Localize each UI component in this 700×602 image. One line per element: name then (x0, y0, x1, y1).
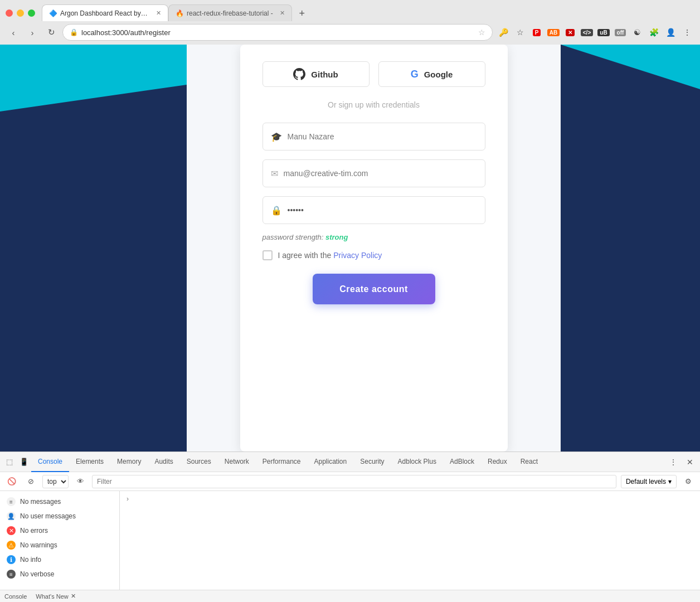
errors-icon: ✕ (7, 526, 16, 535)
ext-off-icon[interactable]: off (613, 25, 628, 40)
minimize-button[interactable] (17, 9, 24, 17)
refresh-button[interactable]: ↻ (43, 25, 59, 40)
devtools-tab-security[interactable]: Security (353, 452, 391, 472)
agree-label: I agree with the Privacy Policy (278, 251, 382, 260)
name-input-wrapper[interactable]: 🎓 (262, 123, 485, 151)
address-bar[interactable]: 🔒 localhost:3000/auth/register ☆ (62, 24, 493, 41)
tab-close-2[interactable]: ✕ (280, 9, 285, 17)
password-input-wrapper[interactable]: 🔒 (262, 196, 485, 224)
inactive-tab[interactable]: 🔥 react-redux-firebase-tutorial - ✕ (168, 4, 292, 21)
devtools-tab-application[interactable]: Application (308, 452, 354, 472)
agree-text: I agree with the (278, 251, 332, 260)
filter-messages[interactable]: ≡ No messages (0, 494, 119, 509)
devtools-tabs: ⬚ 📱 Console Elements Memory Audits Sourc… (0, 452, 700, 472)
devtools-tab-console[interactable]: Console (31, 452, 69, 472)
privacy-checkbox[interactable] (262, 250, 273, 260)
devtools-device-button[interactable]: 📱 (17, 455, 31, 469)
privacy-policy-link[interactable]: Privacy Policy (333, 251, 382, 260)
ext-icon4[interactable]: </> (580, 25, 594, 40)
browser-tabs: 🔷 Argon Dashboard React by Cre ✕ 🔥 react… (42, 4, 694, 21)
back-button[interactable]: ‹ (6, 25, 21, 40)
google-button[interactable]: G Google (378, 61, 485, 87)
create-account-button[interactable]: Create account (313, 274, 435, 304)
info-icon: ℹ (7, 555, 16, 564)
devtools-tab-redux[interactable]: Redux (481, 452, 514, 472)
default-levels-button[interactable]: Default levels ▾ (621, 475, 677, 488)
active-tab[interactable]: 🔷 Argon Dashboard React by Cre ✕ (42, 4, 168, 21)
maximize-button[interactable] (28, 9, 35, 17)
devtools-tab-network[interactable]: Network (218, 452, 256, 472)
devtools-tab-memory[interactable]: Memory (110, 452, 148, 472)
name-field-group: 🎓 (262, 123, 485, 151)
address-lock-icon: 🔒 (70, 28, 78, 36)
devtools-tab-sources[interactable]: Sources (180, 452, 218, 472)
info-label: No info (20, 556, 41, 564)
tab-favicon-1: 🔷 (49, 9, 57, 17)
ext-icon3[interactable]: ✕ (563, 25, 577, 40)
messages-label: No messages (20, 498, 61, 506)
ext-icon5[interactable]: uB (596, 25, 611, 40)
social-buttons: Github G Google (262, 61, 485, 87)
devtools-tab-adblock[interactable]: AdBlock (443, 452, 481, 472)
tab-favicon-2: 🔥 (176, 9, 183, 17)
console-tab-bottom[interactable]: Console (4, 593, 27, 600)
console-scope-select[interactable]: top (42, 475, 69, 488)
warnings-label: No warnings (20, 541, 57, 549)
ext-privacy-icon[interactable]: P (529, 25, 544, 40)
devtools-tab-actions: ⋮ ✕ (665, 454, 698, 470)
devtools-content: ≡ No messages 👤 No user messages ✕ No er… (0, 491, 700, 590)
devtools-tab-performance[interactable]: Performance (256, 452, 308, 472)
star-icon[interactable]: ☆ (478, 28, 485, 37)
messages-icon: ≡ (7, 497, 16, 506)
devtools-tab-audits[interactable]: Audits (148, 452, 179, 472)
ext-adblock-icon[interactable]: AB (546, 25, 561, 40)
devtools-tab-elements[interactable]: Elements (69, 452, 110, 472)
filter-info[interactable]: ℹ No info (0, 552, 119, 567)
divider-text: Or sign up with credentials (262, 100, 485, 109)
whats-new-tab[interactable]: What's New (36, 593, 68, 600)
ext-yin-icon[interactable]: ☯ (630, 25, 644, 40)
devtools-tab-adblockplus[interactable]: Adblock Plus (391, 452, 443, 472)
filter-warnings[interactable]: ⚠ No warnings (0, 538, 119, 552)
profile-icon[interactable]: 👤 (663, 25, 678, 40)
lock-icon: 🔒 (271, 205, 282, 216)
user-messages-label: No user messages (20, 512, 76, 520)
tab-close-1[interactable]: ✕ (156, 9, 161, 17)
star-toolbar-icon[interactable]: ☆ (513, 25, 527, 40)
email-input[interactable] (284, 169, 477, 178)
email-input-wrapper[interactable]: ✉ (262, 159, 485, 187)
filter-verbose[interactable]: ≡ No verbose (0, 567, 119, 581)
forward-button[interactable]: › (25, 25, 40, 40)
devtools-inspect-button[interactable]: ⬚ (2, 455, 17, 469)
agree-row: I agree with the Privacy Policy (262, 250, 485, 260)
console-filter-button[interactable]: ⊘ (23, 474, 38, 489)
close-button[interactable] (6, 9, 13, 17)
devtools-close-button[interactable]: ✕ (682, 454, 698, 470)
bg-left-top-accent (0, 45, 187, 111)
name-input[interactable] (288, 132, 477, 141)
default-levels-label: Default levels (626, 478, 666, 486)
eye-icon[interactable]: 👁 (73, 474, 88, 489)
devtools-more-button[interactable]: ⋮ (665, 454, 681, 470)
title-bar: 🔷 Argon Dashboard React by Cre ✕ 🔥 react… (0, 0, 700, 21)
console-clear-button[interactable]: 🚫 (4, 474, 19, 489)
register-card: Github G Google Or sign up with credenti… (240, 45, 508, 452)
console-expand-button[interactable]: › (124, 493, 131, 505)
filter-errors[interactable]: ✕ No errors (0, 523, 119, 538)
filter-input[interactable] (92, 475, 616, 488)
password-input[interactable] (288, 206, 477, 215)
key-icon[interactable]: 🔑 (496, 25, 511, 40)
new-tab-button[interactable]: + (294, 6, 310, 21)
errors-label: No errors (20, 527, 48, 535)
page-wrapper: Github G Google Or sign up with credenti… (0, 45, 700, 452)
devtools-tab-react[interactable]: React (514, 452, 545, 472)
menu-icon[interactable]: ⋮ (680, 25, 694, 40)
status-bar: Console What's New ✕ (0, 590, 700, 602)
whats-new-close[interactable]: ✕ (71, 593, 76, 600)
user-icon: 🎓 (271, 132, 282, 142)
github-button[interactable]: Github (262, 61, 370, 87)
devtools-settings-button[interactable]: ⚙ (681, 474, 696, 489)
filter-user-messages[interactable]: 👤 No user messages (0, 509, 119, 523)
warnings-icon: ⚠ (7, 541, 16, 550)
ext-puzzle-icon[interactable]: 🧩 (646, 25, 661, 40)
